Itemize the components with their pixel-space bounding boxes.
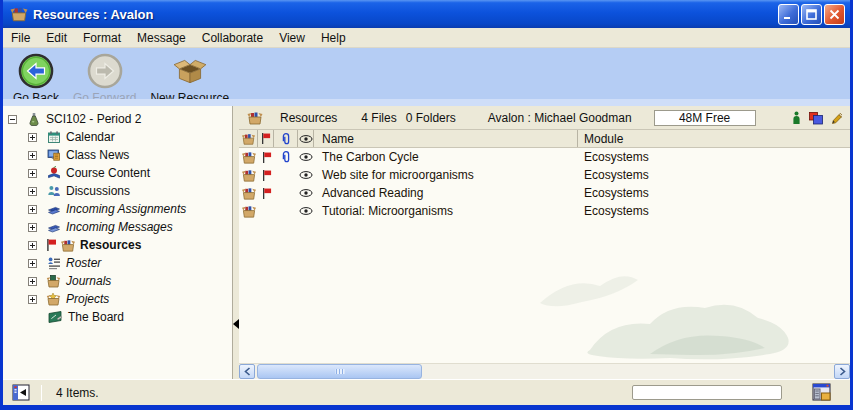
status-divider (41, 385, 42, 401)
tree-item-the-board[interactable]: The Board (3, 308, 232, 326)
list-item[interactable]: Advanced Reading Ecosystems (239, 184, 850, 202)
tree-item-label: Projects (66, 292, 109, 307)
pencil-icon[interactable] (831, 111, 842, 125)
flag-icon (260, 132, 271, 145)
attachment-column-header[interactable] (274, 130, 298, 147)
menu-help[interactable]: Help (313, 29, 354, 47)
tree-item-course-root[interactable]: SCI102 - Period 2 (3, 110, 232, 128)
tree-item-roster[interactable]: Roster (3, 254, 232, 272)
visibility-column-header[interactable] (298, 130, 314, 147)
expand-icon[interactable] (28, 277, 37, 286)
title-bar[interactable]: Resources : Avalon (3, 0, 850, 28)
menu-message[interactable]: Message (129, 29, 194, 47)
collapse-icon[interactable] (8, 115, 17, 124)
file-name: Web site for microorganisms (314, 168, 578, 182)
expand-icon[interactable] (28, 295, 37, 304)
free-space-label: 48M Free (679, 111, 730, 125)
maximize-button[interactable] (801, 4, 822, 25)
tree-item-incoming-assignments[interactable]: Incoming Assignments (3, 200, 232, 218)
name-column-header[interactable]: Name (314, 130, 578, 147)
resources-box-icon (239, 204, 258, 219)
panel-toggle-cell[interactable] (3, 384, 41, 401)
menu-view[interactable]: View (271, 29, 313, 47)
new-resource-button[interactable]: New Resource (146, 52, 233, 106)
back-circle-icon (18, 53, 54, 89)
horizontal-scrollbar[interactable] (239, 363, 850, 379)
tree-item-class-news[interactable]: Class News (3, 146, 232, 164)
menu-file[interactable]: File (3, 29, 38, 47)
expand-icon[interactable] (28, 187, 37, 196)
resources-box-icon (59, 238, 76, 253)
expand-icon[interactable] (28, 259, 37, 268)
menu-edit[interactable]: Edit (38, 29, 75, 47)
menu-collaborate[interactable]: Collaborate (194, 29, 271, 47)
panel-toggle-icon[interactable] (12, 384, 32, 401)
tree-item-label: Discussions (66, 184, 130, 199)
expand-icon[interactable] (28, 223, 37, 232)
status-bar: 4 Items. (3, 379, 850, 405)
minimize-icon (783, 9, 794, 20)
expand-icon[interactable] (28, 205, 37, 214)
item-count-label: 4 Items. (56, 386, 99, 400)
person-icon[interactable] (792, 111, 801, 125)
go-forward-button[interactable]: Go Forward (69, 52, 140, 106)
tree-item-discussions[interactable]: Discussions (3, 182, 232, 200)
folder-info-bar: Resources 4 Files 0 Folders Avalon : Mic… (239, 106, 850, 130)
resources-box-icon (239, 168, 258, 183)
tree-item-label: Class News (66, 148, 129, 163)
eye-icon (298, 188, 314, 198)
scroll-right-button[interactable] (834, 364, 850, 379)
tree-item-resources[interactable]: Resources (3, 236, 232, 254)
free-space-meter: 48M Free (654, 110, 756, 126)
scroll-left-button[interactable] (239, 364, 255, 379)
minimize-button[interactable] (778, 4, 799, 25)
flag-column-header[interactable] (258, 130, 274, 147)
file-module: Ecosystems (578, 204, 850, 218)
scrollbar-thumb[interactable] (257, 364, 422, 379)
tree-item-label: Resources (80, 238, 141, 253)
tree-item-label: SCI102 - Period 2 (46, 112, 141, 127)
flag-icon (258, 169, 274, 182)
news-icon (45, 148, 62, 163)
expand-icon[interactable] (28, 169, 37, 178)
flag-icon (258, 187, 274, 200)
tree-item-label: Course Content (66, 166, 150, 181)
file-module: Ecosystems (578, 186, 850, 200)
toolbar: Go Back Go Forward New Resource (3, 48, 850, 106)
expand-icon[interactable] (28, 241, 37, 250)
expand-icon[interactable] (28, 133, 37, 142)
maximize-icon (806, 9, 817, 20)
list-item[interactable]: Tutorial: Microorganisms Ecosystems (239, 202, 850, 220)
view-details-icon[interactable] (812, 383, 834, 402)
board-icon (47, 310, 64, 325)
chevron-left-icon (244, 367, 251, 376)
list-item[interactable]: Web site for microorganisms Ecosystems (239, 166, 850, 184)
list-column-header: Name Module (239, 130, 850, 148)
tree-item-calendar[interactable]: Calendar (3, 128, 232, 146)
tree-item-projects[interactable]: Projects (3, 290, 232, 308)
tree-item-course-content[interactable]: Course Content (3, 164, 232, 182)
expand-icon[interactable] (28, 151, 37, 160)
roster-icon (45, 256, 62, 271)
discussions-icon (45, 184, 62, 199)
tree-item-label: Incoming Assignments (66, 202, 186, 217)
file-count: 4 Files (361, 111, 396, 125)
file-module: Ecosystems (578, 150, 850, 164)
file-list: The Carbon Cycle Ecosystems (239, 148, 850, 363)
file-name: The Carbon Cycle (314, 150, 578, 164)
copy-icon[interactable] (808, 111, 824, 125)
assignments-icon (45, 202, 62, 217)
tree-item-journals[interactable]: Journals (3, 272, 232, 290)
module-column-header[interactable]: Module (578, 130, 850, 147)
type-column-header[interactable] (239, 130, 258, 147)
menu-format[interactable]: Format (75, 29, 129, 47)
go-back-button[interactable]: Go Back (9, 52, 63, 106)
tree-item-label: Journals (66, 274, 111, 289)
list-item[interactable]: The Carbon Cycle Ecosystems (239, 148, 850, 166)
resources-box-icon (239, 186, 258, 201)
new-resource-label: New Resource (150, 91, 229, 105)
resources-box-icon (241, 132, 256, 146)
close-button[interactable] (824, 4, 845, 25)
tree-item-incoming-messages[interactable]: Incoming Messages (3, 218, 232, 236)
course-tree: SCI102 - Period 2 Calendar Class News (3, 106, 233, 379)
